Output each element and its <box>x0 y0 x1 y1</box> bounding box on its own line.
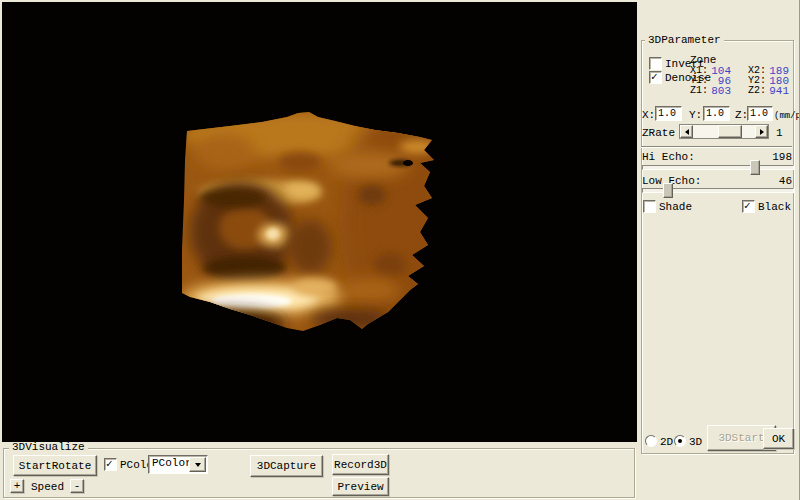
invert-checkbox[interactable] <box>649 57 662 70</box>
hi-echo-slider-track[interactable] <box>642 165 794 170</box>
zone-z2-value: 941 <box>761 86 789 97</box>
parameter-groupbox-title: 3DParameter <box>645 35 724 46</box>
3dcapture-button[interactable]: 3DCapture <box>250 455 323 477</box>
denoise-checkbox[interactable] <box>649 71 662 84</box>
preview-button[interactable]: Preview <box>332 477 389 496</box>
speed-plus-button[interactable]: + <box>10 479 24 493</box>
black-label: Black <box>758 202 791 213</box>
pcolor-dropdown-arrow-icon[interactable] <box>189 457 206 472</box>
scale-x-input[interactable] <box>655 106 682 121</box>
pcolor-checkbox[interactable] <box>104 458 117 471</box>
hi-echo-slider-thumb[interactable] <box>750 160 760 175</box>
mode-3d-label: 3D <box>689 437 702 448</box>
divider <box>641 146 792 148</box>
render-viewport[interactable] <box>2 2 637 442</box>
mode-3d-radio[interactable] <box>674 435 686 447</box>
low-echo-slider-thumb[interactable] <box>663 183 673 198</box>
hi-echo-label: Hi Echo: <box>642 152 695 163</box>
zone-z1-value: 803 <box>703 86 731 97</box>
visualize-groupbox-title: 3DVisualize <box>9 442 88 453</box>
black-checkbox[interactable] <box>742 200 755 213</box>
app-window: 3DParameter Invert Denoise Zone X1: 104 … <box>0 0 800 500</box>
zrate-scrollbar[interactable] <box>679 124 769 139</box>
visualize-panel: 3DVisualize StartRotate + Speed - PColor… <box>0 442 637 500</box>
zrate-label: ZRate <box>642 128 675 139</box>
speed-minus-button[interactable]: - <box>70 479 84 493</box>
low-echo-value: 46 <box>747 176 792 187</box>
zrate-value: 1 <box>776 128 783 139</box>
zrate-thumb[interactable] <box>718 125 742 138</box>
scale-x-label: X: <box>642 110 655 121</box>
shade-label: Shade <box>659 202 692 213</box>
scale-unit-label: (mm/p) <box>774 111 800 122</box>
mode-2d-radio[interactable] <box>645 435 657 447</box>
shade-checkbox[interactable] <box>643 200 656 213</box>
mode-2d-label: 2D <box>660 437 673 448</box>
zrate-right-arrow-icon[interactable] <box>755 125 768 138</box>
ok-button[interactable]: OK <box>763 428 794 449</box>
scale-z-input[interactable] <box>747 106 773 121</box>
zrate-left-arrow-icon[interactable] <box>680 125 693 138</box>
scale-y-input[interactable] <box>703 106 730 121</box>
parameter-groupbox <box>641 40 794 454</box>
pcolor-dropdown-value: PColor <box>152 458 192 469</box>
record3d-button[interactable]: Record3D <box>332 454 389 475</box>
ultrasound-volume-image <box>2 2 637 442</box>
speed-label: Speed <box>31 482 64 493</box>
pcolor-dropdown[interactable]: PColor <box>148 455 208 474</box>
start-rotate-button[interactable]: StartRotate <box>13 455 97 476</box>
scale-y-label: Y: <box>689 110 702 121</box>
parameter-panel: 3DParameter Invert Denoise Zone X1: 104 … <box>637 0 800 500</box>
